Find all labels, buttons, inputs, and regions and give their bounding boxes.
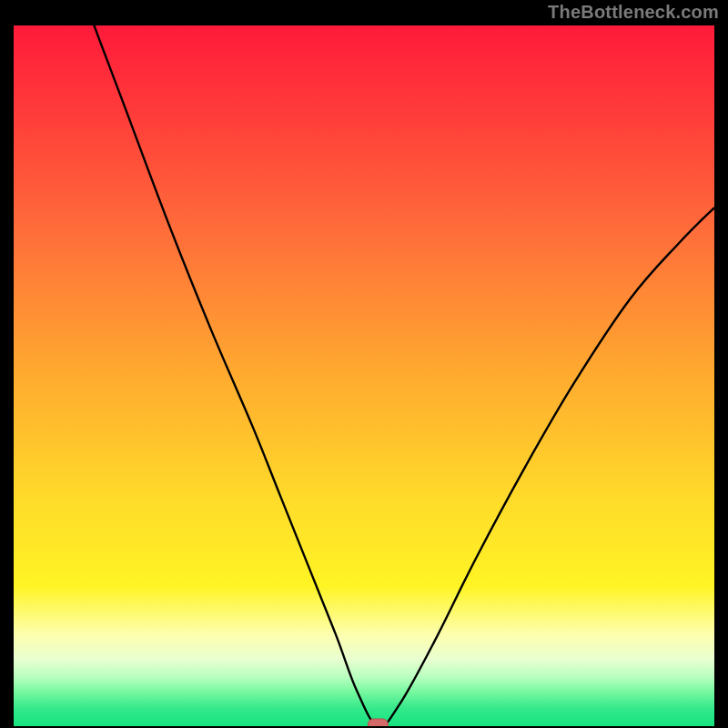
bottleneck-chart (14, 25, 714, 726)
optimum-marker (368, 719, 388, 726)
gradient-background (14, 25, 714, 726)
chart-frame: TheBottleneck.com (0, 0, 728, 728)
watermark-text: TheBottleneck.com (548, 2, 719, 23)
